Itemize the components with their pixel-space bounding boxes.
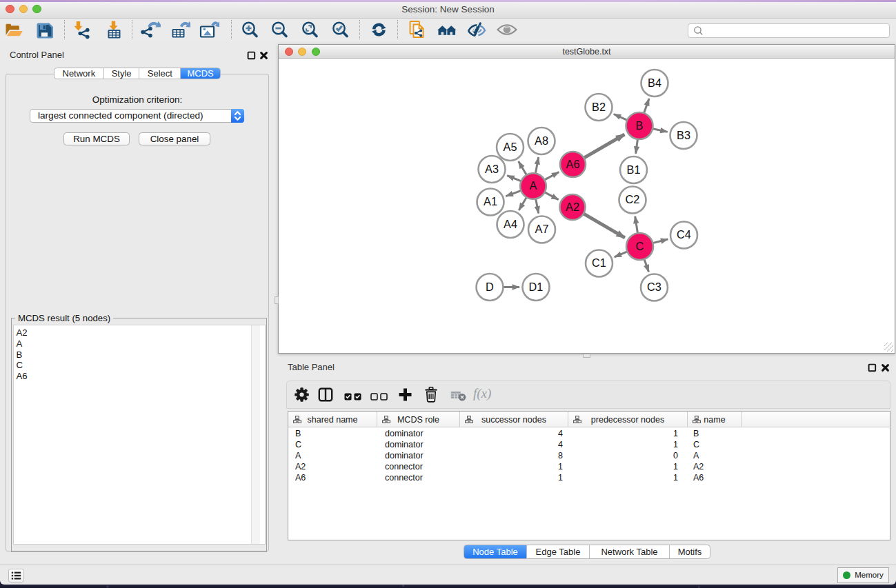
svg-text:A5: A5 — [504, 141, 517, 153]
svg-text:C3: C3 — [647, 281, 661, 293]
svg-text:A1: A1 — [484, 195, 497, 207]
svg-text:C: C — [636, 240, 644, 252]
svg-text:C2: C2 — [626, 193, 640, 205]
svg-text:A3: A3 — [485, 163, 499, 175]
svg-text:D1: D1 — [529, 281, 544, 293]
svg-text:B2: B2 — [592, 101, 606, 113]
svg-text:A6: A6 — [566, 158, 580, 170]
svg-text:B4: B4 — [648, 77, 661, 89]
svg-text:A4: A4 — [504, 218, 517, 230]
svg-text:D: D — [486, 281, 494, 293]
svg-text:B: B — [636, 119, 644, 132]
svg-text:B1: B1 — [627, 163, 641, 176]
svg-text:A: A — [530, 179, 537, 192]
svg-text:B3: B3 — [677, 129, 690, 141]
svg-text:A8: A8 — [535, 134, 548, 147]
svg-text:A2: A2 — [566, 201, 579, 213]
svg-text:C1: C1 — [592, 256, 606, 269]
svg-text:A7: A7 — [535, 223, 549, 235]
svg-text:C4: C4 — [677, 228, 691, 241]
